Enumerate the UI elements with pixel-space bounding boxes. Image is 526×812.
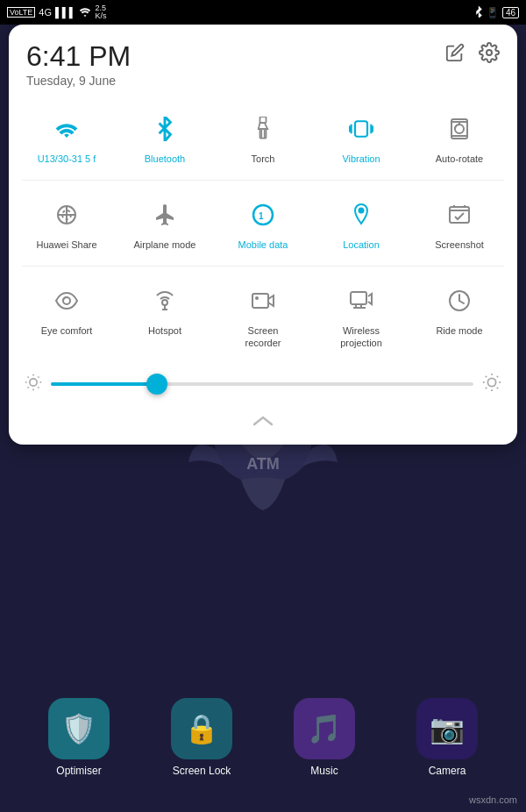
eyecomfort-toggle[interactable]: Eye comfort (18, 273, 116, 357)
optimiser-icon: 🛡️ (48, 698, 110, 759)
bluetooth-toggle-label: Bluetooth (145, 153, 185, 165)
hotspot-toggle-icon (146, 281, 184, 320)
panel-time: 6:41 PM Tuesday, 9 June (26, 42, 131, 88)
svg-point-29 (487, 378, 495, 386)
svg-line-37 (497, 376, 498, 377)
bottom-app-dock: 🛡️ Optimiser 🔒 Screen Lock 🎵 Music 📷 Cam… (0, 698, 526, 777)
mobiledata-toggle-icon: 1 (244, 196, 282, 234)
svg-line-33 (497, 388, 498, 388)
watermark: wsxdn.com (469, 794, 517, 805)
wirelessprojection-toggle-label: Wirelessprojection (340, 325, 382, 348)
screenrecorder-toggle-icon (244, 281, 282, 320)
screenshot-toggle-label: Screenshot (435, 239, 484, 251)
volte-indicator: VoLTE (7, 7, 35, 18)
edit-button[interactable] (445, 43, 465, 68)
quick-toggles-row1: U13/30-31 5 f Bluetooth Torch (9, 96, 517, 178)
mobiledata-toggle-label: Mobile data (238, 239, 288, 251)
svg-text:1: 1 (259, 211, 264, 221)
svg-point-1 (487, 50, 492, 55)
quick-toggles-row3: Eye comfort Hotspot (9, 268, 517, 361)
atm-label: ATM (246, 455, 280, 474)
vibration-toggle-icon (342, 110, 380, 148)
swipe-up-indicator[interactable] (9, 407, 517, 436)
vibration-toggle[interactable]: Vibration (312, 101, 410, 174)
app-music[interactable]: 🎵 Music (294, 698, 355, 777)
brightness-max-icon (482, 373, 501, 396)
bluetooth-toggle[interactable]: Bluetooth (116, 101, 214, 174)
wifi-toggle-icon (47, 110, 86, 148)
camera-icon: 📷 (416, 698, 478, 759)
battery-icon: 46 (502, 7, 519, 18)
wifi-toggle[interactable]: U13/30-31 5 f (18, 101, 116, 174)
svg-rect-4 (355, 121, 367, 137)
torch-toggle-icon (244, 110, 282, 148)
ridemode-toggle[interactable]: Ride mode (410, 273, 508, 357)
phone-icon: 📱 (487, 7, 499, 18)
svg-line-24 (38, 387, 39, 388)
svg-rect-12 (450, 207, 469, 223)
huaweishare-toggle[interactable]: Huawei Share (18, 187, 116, 260)
panel-header-actions (445, 42, 500, 68)
autorotate-toggle[interactable]: Auto-rotate (410, 101, 508, 174)
wirelessprojection-toggle[interactable]: Wirelessprojection (312, 273, 410, 357)
status-right: 📱 46 (474, 5, 519, 19)
airplane-toggle-icon (146, 196, 184, 234)
screenrecorder-toggle-label: Screenrecorder (245, 325, 281, 348)
screenrecorder-toggle[interactable]: Screenrecorder (214, 273, 312, 357)
svg-rect-15 (252, 294, 268, 308)
svg-line-36 (486, 388, 487, 388)
notification-panel: 6:41 PM Tuesday, 9 June (9, 25, 517, 445)
airplane-toggle[interactable]: Airplane mode (116, 187, 214, 260)
torch-toggle[interactable]: Torch (214, 101, 312, 174)
svg-line-23 (28, 376, 29, 377)
app-camera[interactable]: 📷 Camera (416, 698, 478, 777)
svg-point-11 (359, 209, 364, 213)
wifi-icon (79, 6, 91, 18)
app-screenlock[interactable]: 🔒 Screen Lock (171, 698, 232, 777)
brightness-slider[interactable] (51, 382, 473, 386)
status-bar: VoLTE 4G ▌▌▌ 2.5K/s 📱 46 (0, 0, 526, 25)
svg-rect-2 (260, 117, 267, 123)
wirelessprojection-toggle-icon (342, 281, 380, 320)
autorotate-toggle-icon (440, 110, 479, 148)
divider-2 (22, 266, 504, 267)
chevron-up-icon (251, 414, 275, 432)
brightness-control (9, 362, 517, 407)
brightness-min-icon (25, 374, 42, 395)
svg-rect-17 (351, 292, 366, 304)
ridemode-toggle-icon (440, 281, 479, 320)
signal-bars: ▌▌▌ (55, 7, 75, 18)
svg-line-27 (28, 387, 29, 388)
svg-point-14 (162, 300, 167, 305)
optimiser-label: Optimiser (56, 765, 101, 777)
screenlock-icon: 🔒 (171, 698, 232, 759)
panel-header: 6:41 PM Tuesday, 9 June (9, 25, 517, 96)
screenlock-label: Screen Lock (173, 765, 231, 777)
hotspot-toggle[interactable]: Hotspot (116, 273, 214, 357)
clock-display: 6:41 PM (26, 42, 131, 70)
screenshot-toggle-icon (440, 196, 479, 234)
svg-point-16 (255, 296, 259, 300)
location-toggle-label: Location (343, 239, 380, 251)
location-toggle[interactable]: Location (312, 187, 410, 260)
brightness-thumb[interactable] (146, 374, 167, 395)
status-left: VoLTE 4G ▌▌▌ 2.5K/s (7, 4, 106, 20)
huaweishare-toggle-icon (47, 196, 86, 234)
svg-line-32 (486, 376, 487, 377)
camera-label: Camera (429, 765, 466, 777)
ridemode-toggle-label: Ride mode (436, 325, 482, 337)
screenshot-toggle[interactable]: Screenshot (410, 187, 508, 260)
mobiledata-toggle[interactable]: 1 Mobile data (214, 187, 312, 260)
speed-indicator: 2.5K/s (95, 4, 106, 20)
huaweishare-toggle-label: Huawei Share (36, 239, 96, 251)
airplane-toggle-label: Airplane mode (134, 239, 196, 251)
music-label: Music (310, 765, 338, 777)
autorotate-toggle-label: Auto-rotate (436, 153, 483, 165)
bluetooth-status-icon (474, 5, 483, 19)
wifi-toggle-label: U13/30-31 5 f (38, 153, 96, 165)
bluetooth-toggle-icon (146, 110, 184, 148)
app-optimiser[interactable]: 🛡️ Optimiser (48, 698, 110, 777)
settings-button[interactable] (479, 42, 500, 68)
divider-1 (22, 180, 504, 181)
hotspot-toggle-label: Hotspot (148, 325, 181, 337)
